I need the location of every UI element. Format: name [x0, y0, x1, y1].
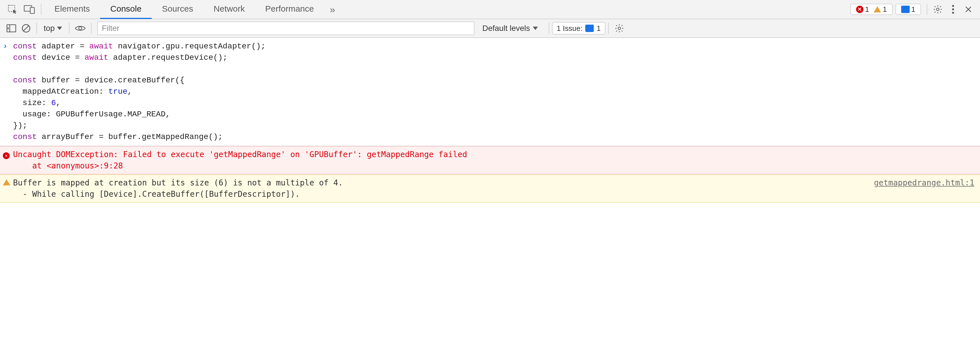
- info-count: 1: [912, 5, 915, 14]
- status-warnings[interactable]: 1: [872, 5, 889, 14]
- context-label: top: [44, 24, 55, 33]
- console-input-entry[interactable]: › const adapter = await navigator.gpu.re…: [0, 38, 980, 146]
- warning-text: Buffer is mapped at creation but its siz…: [13, 177, 865, 200]
- console-error-message[interactable]: ✕ Uncaught DOMException: Failed to execu…: [0, 146, 980, 174]
- issues-button[interactable]: 1 Issue: 1: [552, 22, 605, 35]
- clear-console-icon[interactable]: [19, 21, 33, 36]
- more-menu-icon[interactable]: [945, 2, 961, 17]
- input-prompt-icon: ›: [3, 41, 13, 142]
- svg-point-3: [936, 8, 939, 11]
- divider: [36, 23, 37, 34]
- divider: [69, 23, 70, 34]
- warning-icon: [873, 6, 881, 13]
- console-settings-icon[interactable]: [612, 21, 627, 36]
- issues-label: 1 Issue:: [557, 24, 582, 33]
- levels-label: Default levels: [482, 24, 530, 33]
- tabs-overflow-icon[interactable]: »: [324, 4, 341, 15]
- filter-input[interactable]: [97, 22, 474, 35]
- svg-point-11: [79, 27, 82, 30]
- log-levels-select[interactable]: Default levels: [474, 24, 546, 33]
- toggle-sidebar-icon[interactable]: [4, 21, 19, 36]
- console-output: › const adapter = await navigator.gpu.re…: [0, 38, 980, 203]
- svg-line-10: [23, 25, 29, 31]
- execution-context-select[interactable]: top: [40, 24, 66, 33]
- svg-point-4: [952, 5, 954, 7]
- divider: [927, 4, 927, 15]
- status-errors[interactable]: ✕ 1: [854, 5, 872, 14]
- svg-point-12: [618, 27, 620, 29]
- console-warning-message[interactable]: Buffer is mapped at creation but its siz…: [0, 174, 980, 203]
- error-text: Uncaught DOMException: Failed to execute…: [13, 149, 974, 171]
- tab-network[interactable]: Network: [203, 0, 255, 19]
- error-count: 1: [865, 5, 869, 14]
- warning-source-link[interactable]: getmappedrange.html:1: [865, 177, 974, 188]
- svg-point-6: [952, 12, 954, 14]
- settings-icon[interactable]: [930, 2, 945, 17]
- console-toolbar: top Default levels 1 Issue: 1: [0, 19, 980, 38]
- error-icon: ✕: [3, 149, 13, 160]
- status-info[interactable]: 1: [899, 5, 918, 14]
- warning-icon: [3, 177, 13, 188]
- error-icon: ✕: [856, 6, 864, 13]
- divider: [549, 23, 549, 34]
- tab-elements[interactable]: Elements: [44, 0, 100, 19]
- status-counts[interactable]: ✕ 1 1: [850, 4, 892, 15]
- info-icon: [901, 6, 910, 13]
- divider: [91, 23, 92, 34]
- svg-rect-2: [30, 7, 35, 13]
- issues-count: 1: [597, 24, 601, 33]
- tab-console[interactable]: Console: [100, 0, 152, 19]
- chevron-down-icon: [57, 27, 62, 30]
- divider: [608, 23, 609, 34]
- status-info-pill[interactable]: 1: [896, 4, 921, 15]
- tab-sources[interactable]: Sources: [152, 0, 203, 19]
- chevron-down-icon: [533, 27, 538, 30]
- info-icon: [585, 25, 594, 32]
- close-icon[interactable]: [961, 2, 976, 17]
- live-expression-icon[interactable]: [72, 21, 88, 36]
- filter-input-wrapper: [97, 22, 474, 35]
- tab-performance[interactable]: Performance: [255, 0, 324, 19]
- panel-tabs: Elements Console Sources Network Perform…: [44, 0, 341, 19]
- device-toggle-icon[interactable]: [21, 1, 38, 18]
- code-text: const adapter = await navigator.gpu.requ…: [13, 41, 266, 142]
- svg-point-5: [952, 8, 954, 11]
- divider: [41, 4, 41, 15]
- warning-count: 1: [883, 5, 887, 14]
- devtools-tabbar: Elements Console Sources Network Perform…: [0, 0, 980, 19]
- inspect-element-icon[interactable]: [4, 1, 21, 18]
